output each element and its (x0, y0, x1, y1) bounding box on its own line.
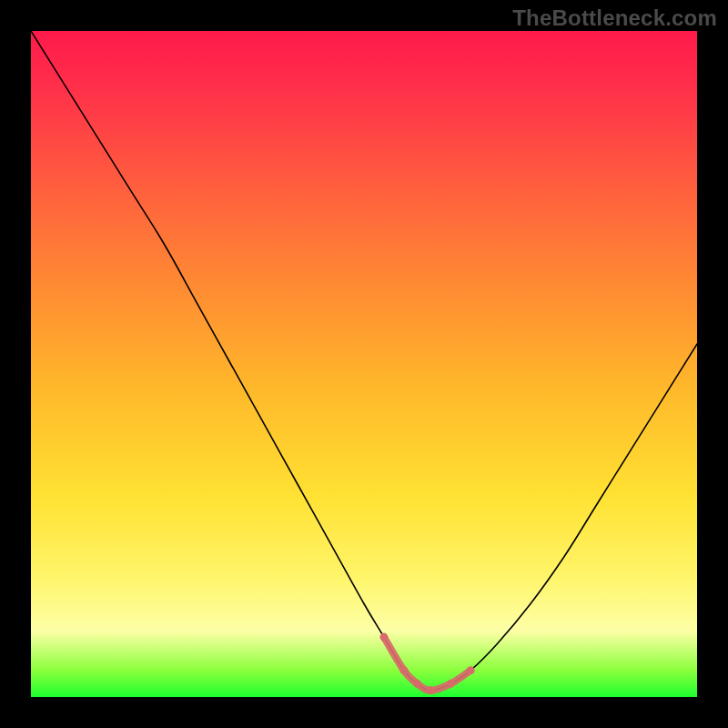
plot-area (31, 31, 697, 697)
curve-layer (31, 31, 697, 697)
highlight-dot (467, 666, 475, 674)
highlight-dot (447, 680, 455, 688)
highlight-dot (379, 633, 388, 642)
highlight-dot (399, 666, 408, 674)
bottom-highlight (384, 637, 470, 691)
chart-frame: TheBottleneck.com (0, 0, 728, 728)
bottom-highlight-dots (379, 633, 474, 695)
bottleneck-curve (31, 31, 697, 691)
watermark-text: TheBottleneck.com (512, 5, 717, 31)
highlight-dot (413, 680, 421, 688)
highlight-dot (427, 686, 435, 694)
